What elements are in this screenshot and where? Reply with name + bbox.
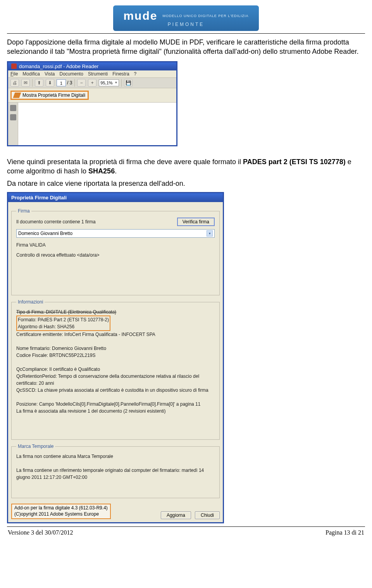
page-down-icon[interactable]: ⬇ bbox=[46, 79, 54, 87]
zoom-in-icon[interactable]: + bbox=[88, 79, 96, 87]
marca-legend: Marca Temporale bbox=[16, 444, 55, 449]
window-titlebar: domanda_rossi.pdf - Adobe Reader bbox=[8, 62, 176, 70]
menu-documento[interactable]: Documento bbox=[60, 71, 83, 77]
divider bbox=[7, 33, 365, 34]
document-area bbox=[18, 103, 176, 145]
zoom-out-icon[interactable]: − bbox=[77, 79, 86, 87]
separator bbox=[32, 79, 33, 87]
header-logo: mude MODELLO UNICO DIGITALE PER L'EDILIZ… bbox=[7, 5, 365, 31]
adobe-reader-screenshot: domanda_rossi.pdf - Adobe Reader File Mo… bbox=[7, 61, 177, 146]
addon-line1: Add-on per la firma digitale 4.3 (612.03… bbox=[14, 505, 108, 511]
firma-valid: Firma VALIDA bbox=[16, 242, 215, 249]
info-cert: Certificatore emittente: InfoCert Firma … bbox=[16, 332, 155, 337]
firma-count: Il documento corrente contiene 1 firma bbox=[16, 218, 96, 225]
menu-strumenti[interactable]: Strumenti bbox=[88, 71, 108, 77]
informazioni-group: Informazioni Tipo di Firma: DIGITALE (El… bbox=[11, 299, 220, 440]
footer-version: Versione 3 del 30/07/2012 bbox=[8, 529, 73, 536]
menu-file[interactable]: File bbox=[10, 71, 18, 77]
bookmarks-panel-icon[interactable] bbox=[10, 114, 16, 120]
mail-icon[interactable]: ✉ bbox=[21, 79, 30, 87]
info-qret: QcRetentionPeriod: Tempo di conservazion… bbox=[16, 374, 199, 386]
page-current[interactable]: 1 bbox=[57, 79, 66, 86]
paragraph-3: Da notare in calce viene riportata la pr… bbox=[7, 179, 365, 188]
info-qc: QcCompliance: Il certificato è Qualifica… bbox=[16, 367, 100, 372]
pen-icon bbox=[13, 93, 21, 98]
print-icon[interactable]: 🖨 bbox=[10, 79, 19, 87]
divider bbox=[7, 526, 365, 527]
page-total: / 3 bbox=[67, 80, 72, 86]
info-formato-highlight: Formato: PAdES Part 2 (ETSI TS 102778-2)… bbox=[16, 315, 110, 331]
aggiorna-button[interactable]: Aggiorna bbox=[161, 511, 191, 519]
info-rev: La firma è associata alla revisione 1 de… bbox=[16, 408, 166, 414]
window-title: domanda_rossi.pdf - Adobe Reader bbox=[19, 63, 98, 69]
paragraph-2: Viene quindi presentata la proprietà di … bbox=[7, 157, 365, 176]
signature-properties-dialog: Proprietà Firme Digitali Firma Il docume… bbox=[7, 192, 224, 523]
left-navigation-strip bbox=[8, 103, 18, 145]
zoom-value[interactable]: 95,1%▼ bbox=[99, 79, 119, 86]
addon-line2: (C)opyright 2011 Adobe Systems Europe bbox=[14, 511, 99, 517]
toolbar: 🖨 ✉ ⬆ ⬇ 1 / 3 − + 95,1%▼ 💾 bbox=[8, 77, 176, 88]
logo-subtitle: MODELLO UNICO DIGITALE PER L'EDILIZIA bbox=[162, 14, 248, 18]
verify-signature-button[interactable]: Verifica firma bbox=[177, 218, 215, 226]
info-legend: Informazioni bbox=[16, 299, 45, 305]
logo-region: PIEMONTE bbox=[123, 22, 248, 27]
menu-finestra[interactable]: Finestra bbox=[112, 71, 129, 77]
info-qssd: QcSSCD: La chiave privata associata al c… bbox=[16, 387, 208, 393]
revoke-check: Controllo di revoca effettuato <data/ora… bbox=[16, 252, 215, 259]
menu-help[interactable]: ? bbox=[134, 71, 137, 77]
save-icon[interactable]: 💾 bbox=[124, 79, 133, 87]
separator bbox=[121, 79, 122, 87]
show-signature-properties-tab[interactable]: Mostra Proprietà Firme Digitali bbox=[10, 91, 89, 100]
info-cf: Codice Fiscale: BRTDNC55P22L219S bbox=[16, 353, 96, 358]
app-icon bbox=[11, 63, 17, 69]
marca-line2: La firma contiene un riferimento tempora… bbox=[16, 468, 204, 480]
info-hash: Algoritmo di Hash: SHA256 bbox=[18, 324, 74, 329]
firma-legend: Firma bbox=[16, 208, 31, 214]
pages-panel-icon[interactable] bbox=[10, 105, 16, 111]
info-formato: Formato: PAdES Part 2 (ETSI TS 102778-2) bbox=[18, 317, 109, 322]
paragraph-1: Dopo l'apposizione della firma digitale … bbox=[7, 38, 365, 57]
tab-label: Mostra Proprietà Firme Digitali bbox=[22, 93, 85, 98]
menu-vista[interactable]: Vista bbox=[45, 71, 55, 77]
marca-line1: La firma non contiene alcuna Marca Tempo… bbox=[16, 454, 113, 459]
dialog-titlebar: Proprietà Firme Digitali bbox=[8, 193, 223, 202]
separator bbox=[74, 79, 75, 87]
logo-title: mude bbox=[123, 9, 157, 22]
footer-page: Pagina 13 di 21 bbox=[326, 529, 364, 536]
info-tipo: Tipo di Firma: DIGITALE (Elettronica Qua… bbox=[16, 309, 116, 315]
signer-select[interactable]: Domenico Giovanni Bretto ▾ bbox=[16, 229, 215, 238]
chevron-down-icon: ▾ bbox=[207, 230, 213, 237]
dialog-title: Proprietà Firme Digitali bbox=[11, 195, 67, 201]
menu-modifica[interactable]: Modifica bbox=[22, 71, 40, 77]
chiudi-button[interactable]: Chiudi bbox=[195, 511, 220, 519]
info-nome: Nome firmatario: Domenico Giovanni Brett… bbox=[16, 346, 106, 351]
signer-name: Domenico Giovanni Bretto bbox=[18, 231, 72, 236]
firma-group: Firma Il documento corrente contiene 1 f… bbox=[11, 208, 220, 295]
marca-group: Marca Temporale La firma non contiene al… bbox=[11, 444, 220, 498]
page-up-icon[interactable]: ⬆ bbox=[35, 79, 43, 87]
menubar: File Modifica Vista Documento Strumenti … bbox=[8, 70, 176, 77]
page-indicator: 1 / 3 bbox=[57, 79, 72, 86]
info-pos: Posizione: Campo 'ModelloCils[0].FirmaDi… bbox=[16, 401, 200, 407]
addon-info-highlight: Add-on per la firma digitale 4.3 (612.03… bbox=[11, 504, 111, 519]
